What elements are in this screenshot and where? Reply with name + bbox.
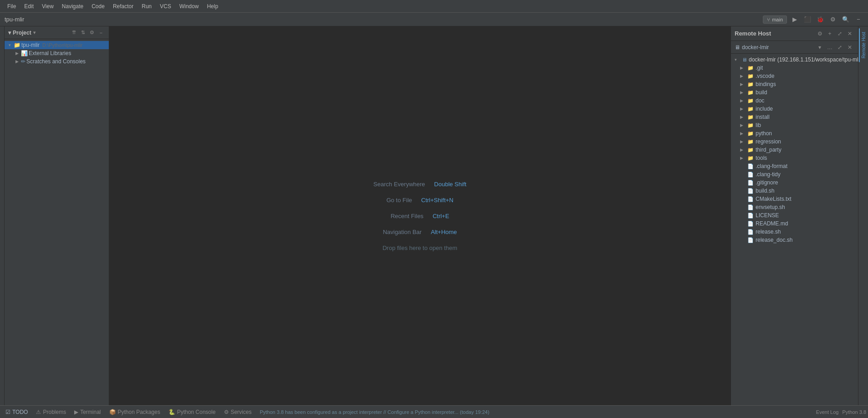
remote-readme-item[interactable]: 📄 README.md [731, 219, 858, 228]
bottom-tab-python-console[interactable]: 🐍 Python Console [165, 407, 219, 417]
services-label: Services [231, 409, 252, 415]
sort-icon[interactable]: ⇅ [79, 29, 87, 37]
remote-root-item[interactable]: ▾ 🖥 docker-lmir (192.168.1.151/workspace… [731, 56, 858, 64]
stop-button[interactable]: ⬛ [802, 15, 812, 25]
remote-regression-item[interactable]: ▶ 📁 regression [731, 138, 858, 146]
docker-close-icon[interactable]: ✕ [845, 43, 854, 52]
remote-envsetup-item[interactable]: 📄 envsetup.sh [731, 203, 858, 211]
tree-root-item[interactable]: ▾ 📁 tpu-mlir D:\Python\tpu-mlir [5, 41, 109, 49]
root-expand-arrow: ▾ [6, 42, 13, 48]
remote-license-item[interactable]: 📄 LICENSE [731, 211, 858, 219]
debug-button[interactable]: 🐞 [815, 15, 825, 25]
hint-goto-text: Go to File [386, 197, 412, 204]
project-panel-header: ▾ Project ▾ ⇈ ⇅ ⚙ − [5, 26, 109, 39]
event-log-item[interactable]: Event Log [816, 409, 839, 415]
remote-expand-icon[interactable]: ⤢ [835, 29, 844, 38]
remote-vscode-item[interactable]: ▶ 📁 .vscode [731, 72, 858, 80]
remote-python-item[interactable]: ▶ 📁 python [731, 129, 858, 138]
remote-buildsh-item[interactable]: 📄 build.sh [731, 187, 858, 195]
hint-navbar-key[interactable]: Alt+Home [431, 229, 457, 235]
remote-doc-item[interactable]: ▶ 📁 doc [731, 97, 858, 105]
bottom-tab-todo[interactable]: ☑ TODO [2, 407, 31, 417]
bottom-tab-services[interactable]: ⚙ Services [220, 407, 255, 417]
menu-vcs[interactable]: VCS [156, 2, 175, 10]
remote-git-label: .git [756, 65, 763, 71]
hide-panel-icon[interactable]: − [97, 29, 105, 37]
remote-git-item[interactable]: ▶ 📁 .git [731, 64, 858, 72]
remote-gitignore-item[interactable]: 📄 .gitignore [731, 178, 858, 187]
remote-releasedoc-label: release_doc.sh [756, 237, 792, 243]
menu-window[interactable]: Window [176, 2, 203, 10]
remote-tools-item[interactable]: ▶ 📁 tools [731, 154, 858, 162]
project-panel-title: ▾ Project ▾ [8, 30, 36, 36]
remote-close-icon[interactable]: ✕ [845, 29, 854, 38]
remote-add-icon[interactable]: + [825, 29, 834, 38]
editor-area: Search Everywhere Double Shift Go to Fil… [109, 26, 731, 405]
remote-cmake-item[interactable]: 📄 CMakeLists.txt [731, 195, 858, 203]
right-edge-remote-host[interactable]: Remote Host [859, 28, 868, 62]
menu-navigate[interactable]: Navigate [58, 2, 87, 10]
remote-clangformat-item[interactable]: 📄 .clang-format [731, 162, 858, 170]
python-console-icon: 🐍 [168, 409, 175, 415]
bottom-tab-terminal[interactable]: ▶ Terminal [71, 407, 104, 417]
remote-regression-arrow: ▶ [740, 139, 746, 144]
bottom-tab-python-packages[interactable]: 📦 Python Packages [106, 407, 164, 417]
menu-file[interactable]: File [4, 2, 20, 10]
remote-panel-actions: ⚙ + ⤢ ✕ [815, 29, 854, 38]
menu-edit[interactable]: Edit [20, 2, 37, 10]
remote-clangtidy-label: .clang-tidy [756, 171, 781, 178]
hint-goto-key[interactable]: Ctrl+Shift+N [421, 197, 453, 204]
remote-include-item[interactable]: ▶ 📁 include [731, 105, 858, 113]
docker-expand-icon[interactable]: ⤢ [835, 43, 844, 52]
remote-install-item[interactable]: ▶ 📁 install [731, 113, 858, 121]
menu-run[interactable]: Run [138, 2, 155, 10]
remote-license-label: LICENSE [756, 212, 779, 219]
remote-readme-file-icon: 📄 [747, 221, 754, 227]
remote-settings-icon[interactable]: ⚙ [815, 29, 824, 38]
search-everywhere-button[interactable]: 🔍 [841, 15, 851, 25]
problems-icon: ⚠ [36, 409, 41, 415]
menu-help[interactable]: Help [203, 2, 222, 10]
scratches-arrow: ▶ [14, 58, 20, 65]
branch-name: main [772, 17, 783, 22]
remote-tools-label: tools [756, 155, 767, 161]
remote-vscode-arrow: ▶ [740, 74, 746, 78]
remote-clangformat-file-icon: 📄 [747, 163, 754, 169]
python-version-item[interactable]: Python 3.8 [842, 409, 866, 415]
remote-clangtidy-item[interactable]: 📄 .clang-tidy [731, 170, 858, 178]
docker-dots-icon[interactable]: … [825, 43, 834, 52]
remote-lib-item[interactable]: ▶ 📁 lib [731, 121, 858, 129]
menu-view[interactable]: View [38, 2, 57, 10]
docker-dropdown-icon[interactable]: ▾ [815, 43, 824, 52]
remote-buildsh-file-icon: 📄 [747, 188, 754, 194]
remote-releasedoc-item[interactable]: 📄 release_doc.sh [731, 236, 858, 244]
bottom-tab-problems[interactable]: ⚠ Problems [32, 407, 70, 417]
remote-thirdparty-folder-icon: 📁 [747, 147, 754, 153]
remote-buildsh-label: build.sh [756, 188, 774, 194]
remote-readme-label: README.md [756, 220, 788, 227]
remote-bindings-item[interactable]: ▶ 📁 bindings [731, 80, 858, 88]
branch-icon: ⑂ [767, 17, 770, 22]
collapse-all-icon[interactable]: ⇈ [70, 29, 78, 37]
hint-navbar: Navigation Bar Alt+Home [383, 229, 457, 235]
minimize-button[interactable]: − [853, 15, 863, 25]
remote-release-item[interactable]: 📄 release.sh [731, 228, 858, 236]
hint-search-key[interactable]: Double Shift [434, 181, 467, 188]
tree-scratches[interactable]: ▶ ✏ Scratches and Consoles [5, 57, 109, 66]
remote-build-item[interactable]: ▶ 📁 build [731, 88, 858, 97]
menu-code[interactable]: Code [88, 2, 108, 10]
project-dropdown-btn[interactable]: ▾ [33, 30, 36, 35]
remote-thirdparty-item[interactable]: ▶ 📁 third_party [731, 146, 858, 154]
profile-button[interactable]: ⚙ [828, 15, 838, 25]
run-button[interactable]: ▶ [790, 15, 800, 25]
remote-install-folder-icon: 📁 [747, 114, 754, 120]
docker-name: docker-lmir [742, 44, 769, 51]
hint-recent-key[interactable]: Ctrl+E [432, 213, 449, 219]
tree-external-libraries[interactable]: ▶ 📊 External Libraries [5, 49, 109, 57]
remote-tools-folder-icon: 📁 [747, 155, 754, 161]
settings-icon[interactable]: ⚙ [88, 29, 96, 37]
branch-button[interactable]: ⑂ main [763, 15, 787, 24]
menu-refactor[interactable]: Refactor [109, 2, 137, 10]
remote-lib-arrow: ▶ [740, 123, 746, 127]
root-path: D:\Python\tpu-mlir [42, 42, 82, 48]
